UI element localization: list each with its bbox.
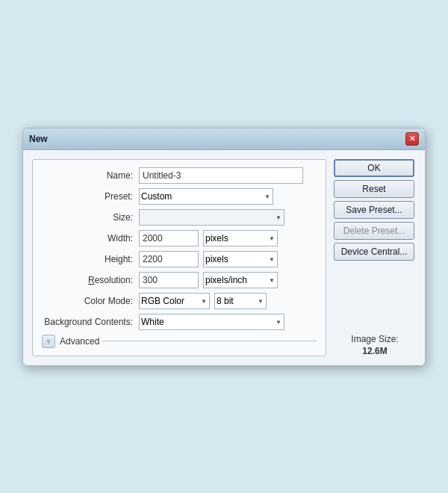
dialog-body: Name: Preset: Custom Size: (23, 150, 425, 365)
resolution-input[interactable] (139, 272, 199, 288)
advanced-row: ▿ Advanced (42, 335, 317, 348)
colormode-select-wrapper: RGB Color (139, 293, 210, 309)
width-row: Width: pixels (42, 230, 317, 246)
name-input[interactable] (139, 167, 303, 184)
bgcontents-row: Background Contents: White (42, 314, 317, 330)
title-bar: New ✕ (23, 128, 425, 150)
image-size-value: 12.6M (334, 346, 416, 356)
bit-select[interactable]: 8 bit (214, 293, 267, 309)
colormode-row: Color Mode: RGB Color 8 bit (42, 293, 317, 309)
preset-label: Preset: (42, 191, 139, 202)
resolution-unit-select[interactable]: pixels/inch (203, 272, 278, 288)
bgcontents-select-wrapper: White (139, 314, 284, 330)
width-label: Width: (42, 233, 139, 244)
left-panel: Name: Preset: Custom Size: (32, 159, 326, 356)
advanced-label: Advanced (60, 336, 99, 347)
delete-preset-button[interactable]: Delete Preset... (334, 222, 414, 240)
size-label: Size: (42, 212, 139, 223)
size-select[interactable] (139, 209, 284, 226)
size-select-wrapper (139, 209, 284, 226)
height-row: Height: pixels (42, 251, 317, 267)
bgcontents-select[interactable]: White (139, 314, 284, 330)
image-size-label: Image Size: (334, 334, 416, 344)
preset-select[interactable]: Custom (139, 188, 273, 205)
colormode-label: Color Mode: (42, 296, 139, 306)
height-unit-select[interactable]: pixels (203, 251, 278, 267)
width-unit-wrapper: pixels (199, 230, 278, 246)
resolution-label: Resolution: (42, 275, 139, 285)
device-central-button[interactable]: Device Central... (334, 243, 414, 261)
ok-button[interactable]: OK (334, 159, 414, 177)
name-row: Name: (42, 167, 317, 184)
colormode-select[interactable]: RGB Color (139, 293, 210, 309)
height-label: Height: (42, 254, 139, 264)
width-unit-select[interactable]: pixels (203, 230, 278, 246)
width-input[interactable] (139, 230, 199, 246)
preset-select-wrapper: Custom (139, 188, 273, 205)
size-row: Size: (42, 209, 317, 226)
save-preset-button[interactable]: Save Preset... (334, 201, 414, 219)
image-size-section: Image Size: 12.6M (334, 328, 416, 356)
advanced-toggle-button[interactable]: ▿ (42, 335, 55, 348)
close-button[interactable]: ✕ (405, 132, 419, 146)
right-panel: OK Reset Save Preset... Delete Preset...… (334, 159, 416, 356)
resolution-unit-wrapper: pixels/inch (199, 272, 278, 288)
bit-select-wrapper: 8 bit (210, 293, 267, 309)
height-unit-wrapper: pixels (199, 251, 278, 267)
new-dialog: New ✕ Name: Preset: Custom Size: (22, 128, 426, 366)
preset-row: Preset: Custom (42, 188, 317, 205)
dialog-title: New (29, 134, 48, 144)
height-input[interactable] (139, 251, 199, 267)
resolution-row: Resolution: pixels/inch (42, 272, 317, 288)
bgcontents-label: Background Contents: (42, 317, 139, 327)
reset-button[interactable]: Reset (334, 180, 414, 198)
name-label: Name: (42, 170, 139, 181)
advanced-divider (102, 341, 317, 341)
